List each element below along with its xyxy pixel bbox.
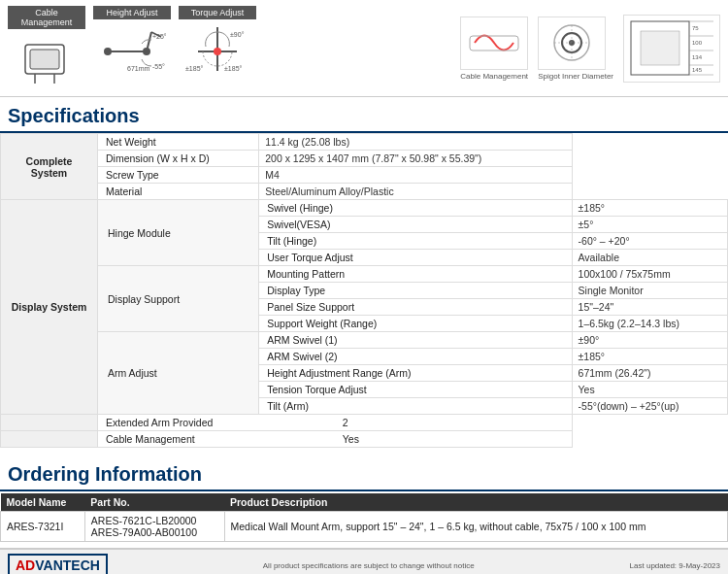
ordering-row: ARES-7321I ARES-7621C-LB20000 ARES-79A00… xyxy=(1,512,728,542)
screw-type-param: Screw Type xyxy=(98,167,259,184)
swivel-vesa-value: ±5° xyxy=(572,217,727,233)
table-row: Cable Management Yes xyxy=(1,431,728,448)
diagram-spigot-box xyxy=(538,17,606,70)
swivel-vesa-param: Swivel(VESA) xyxy=(259,217,572,233)
height-adjust-icon-area: +25° 671mm -55° xyxy=(93,22,171,81)
complete-system-group: Complete System xyxy=(1,134,98,200)
svg-point-7 xyxy=(104,48,112,55)
feature-height-adjust: Height Adjust +25° 671mm -55° xyxy=(93,6,171,81)
mounting-pattern-value: 100x100 / 75x75mm xyxy=(572,266,727,283)
torque-adjust-icon-area: ±90° ±185° ±185° xyxy=(179,22,256,81)
cable-management-icon xyxy=(20,35,74,88)
swivel-hinge-param: Swivel (Hinge) xyxy=(259,200,572,217)
swivel-hinge-value: ±185° xyxy=(572,200,727,217)
spec-table: Complete System Net Weight 11.4 kg (25.0… xyxy=(0,133,728,448)
empty-group-cell2 xyxy=(1,431,98,448)
dimension-param: Dimension (W x H x D) xyxy=(98,151,259,167)
advantech-logo-container: ADVANTECH xyxy=(8,554,108,574)
feature-cable-management: Cable Management xyxy=(8,6,85,90)
svg-text:145: 145 xyxy=(692,67,703,73)
diagram-spigot: Spigot Inner Diameter xyxy=(538,17,613,81)
support-weight-value: 1–6.5kg (2.2–14.3 lbs) xyxy=(572,316,727,332)
part-no-line2: ARES-79A00-AB00100 xyxy=(91,526,218,538)
ordering-table-header: Model Name Part No. Product Description xyxy=(1,493,728,512)
extended-arm-param: Extended Arm Provided xyxy=(98,415,335,430)
svg-text:±90°: ±90° xyxy=(230,31,245,38)
product-desc-cell: Medical Wall Mount Arm, support 15" – 24… xyxy=(224,512,727,542)
ordering-table: Model Name Part No. Product Description … xyxy=(0,493,728,542)
arm-swivel2-value: ±185° xyxy=(572,349,727,365)
svg-text:+25°: +25° xyxy=(152,33,166,40)
svg-rect-34 xyxy=(641,31,679,65)
tech-drawing-box: 75 100 134 145 xyxy=(623,15,720,83)
extended-arm-value: 2 xyxy=(335,415,572,430)
model-name-header: Model Name xyxy=(1,493,85,512)
svg-point-14 xyxy=(214,48,221,55)
table-row: Dimension (W x H x D) 200 x 1295 x 1407 … xyxy=(1,151,728,167)
table-row: Display Support Mounting Pattern 100x100… xyxy=(1,266,728,283)
tilt-hinge-value: -60° – +20° xyxy=(572,233,727,250)
display-type-value: Single Monitor xyxy=(572,283,727,299)
height-adj-arm-param: Height Adjustment Range (Arm) xyxy=(259,365,572,382)
tension-torque-param: Tension Torque Adjust xyxy=(259,382,572,398)
torque-adjust-icon: ±90° ±185° ±185° xyxy=(183,22,251,81)
cable-mgmt-value: Yes xyxy=(335,431,572,447)
table-row: Display System Hinge Module Swivel (Hing… xyxy=(1,200,728,217)
footer-date: Last updated: 9-May-2023 xyxy=(630,561,720,570)
svg-text:±185°: ±185° xyxy=(185,65,204,72)
cable-management-icon-area xyxy=(8,32,85,90)
table-row: Cable Management Yes xyxy=(98,431,572,447)
advantech-logo: ADVANTECH xyxy=(8,554,108,574)
user-torque-param: User Torque Adjust xyxy=(259,250,572,266)
material-param: Material xyxy=(98,184,259,200)
cable-mgmt-bottom: Cable Management Yes xyxy=(98,431,573,448)
user-torque-value: Available xyxy=(572,250,727,266)
diagram-cable-management-label: Cable Management xyxy=(460,72,528,81)
arm-swivel1-param: ARM Swivel (1) xyxy=(259,332,572,349)
top-diagrams: Cable Management Spigot Inner Diameter xyxy=(266,6,720,90)
vantech-suffix: VANTECH xyxy=(35,557,100,573)
net-weight-value: 11.4 kg (25.08 lbs) xyxy=(259,134,572,151)
spigot-diagram-icon xyxy=(543,18,601,67)
svg-text:671mm: 671mm xyxy=(127,65,150,72)
adv-prefix: AD xyxy=(16,557,35,573)
panel-size-param: Panel Size Support xyxy=(259,299,572,316)
diagram-cable-management: Cable Management xyxy=(460,17,528,81)
tilt-hinge-param: Tilt (Hinge) xyxy=(259,233,572,250)
svg-text:-55°: -55° xyxy=(152,63,165,70)
tilt-arm-param: Tilt (Arm) xyxy=(259,398,572,415)
table-row: Extended Arm Provided 2 xyxy=(1,415,728,431)
height-adj-arm-value: 671mm (26.42") xyxy=(572,365,727,382)
specifications-title: Specifications xyxy=(0,97,728,133)
svg-text:134: 134 xyxy=(692,54,703,60)
diagram-spigot-label: Spigot Inner Diameter xyxy=(538,72,613,81)
display-support-subgroup: Display Support xyxy=(98,266,259,332)
ordering-title: Ordering Information xyxy=(0,456,728,491)
tilt-arm-value: -55°(down) – +25°(up) xyxy=(572,398,727,415)
svg-rect-1 xyxy=(30,50,59,69)
hinge-module-subgroup: Hinge Module xyxy=(98,200,259,266)
diagram-tech: 75 100 134 145 xyxy=(623,15,720,83)
feature-icons: Cable Management Height Adjust xyxy=(8,6,256,90)
cable-mgmt-param: Cable Management xyxy=(98,431,335,447)
model-name-cell: ARES-7321I xyxy=(1,512,85,542)
net-weight-param: Net Weight xyxy=(98,134,259,151)
diagram-cable-management-box xyxy=(460,17,528,70)
feature-torque-adjust: Torque Adjust ±90° ±185° ±185° xyxy=(179,6,256,81)
tech-drawing-icon: 75 100 134 145 xyxy=(626,17,718,80)
footer: ADVANTECH All product specifications are… xyxy=(0,548,728,574)
specifications-section: Specifications Complete System Net Weigh… xyxy=(0,97,728,448)
material-value: Steel/Aluminum Alloy/Plastic xyxy=(259,184,572,200)
dimension-value: 200 x 1295 x 1407 mm (7.87" x 50.98" x 5… xyxy=(259,151,572,167)
screw-type-value: M4 xyxy=(259,167,572,184)
table-row: Complete System Net Weight 11.4 kg (25.0… xyxy=(1,134,728,151)
part-no-cell: ARES-7621C-LB20000 ARES-79A00-AB00100 xyxy=(84,512,224,542)
part-no-line1: ARES-7621C-LB20000 xyxy=(91,515,218,526)
mounting-pattern-param: Mounting Pattern xyxy=(259,266,572,283)
part-no-header: Part No. xyxy=(84,493,224,512)
empty-subgroup-cell: Extended Arm Provided 2 xyxy=(98,415,573,431)
height-adjust-label: Height Adjust xyxy=(93,6,171,19)
footer-note: All product specifications are subject t… xyxy=(263,561,475,570)
tension-torque-value: Yes xyxy=(572,382,727,398)
table-row: Arm Adjust ARM Swivel (1) ±90° xyxy=(1,332,728,349)
